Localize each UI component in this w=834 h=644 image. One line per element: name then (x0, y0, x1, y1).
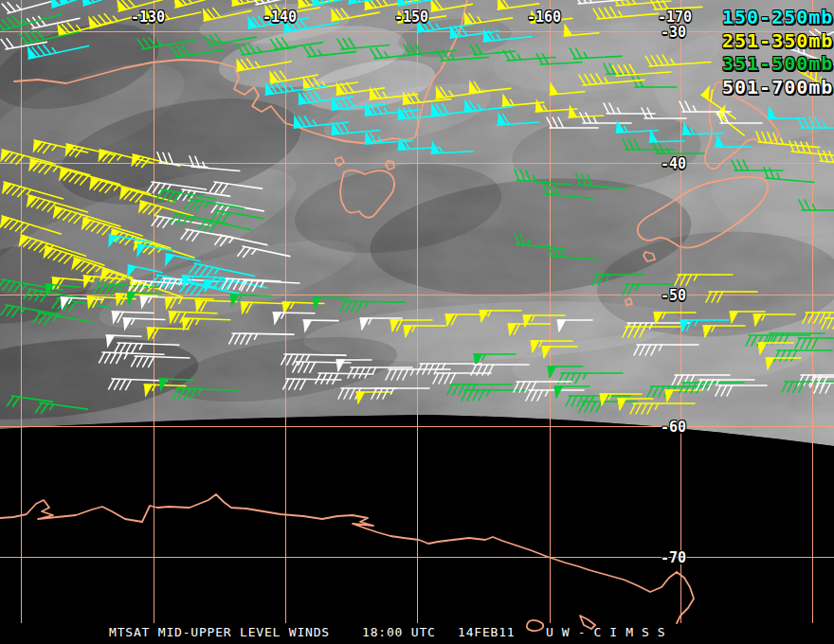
barb-staff (232, 333, 294, 334)
barb-staff (343, 301, 405, 302)
barb-staff (284, 354, 346, 355)
satellite-wind-image: -130-140-150-160-170-30-40-50-60-70 150-… (0, 0, 834, 644)
satellite-scene (0, 0, 834, 644)
